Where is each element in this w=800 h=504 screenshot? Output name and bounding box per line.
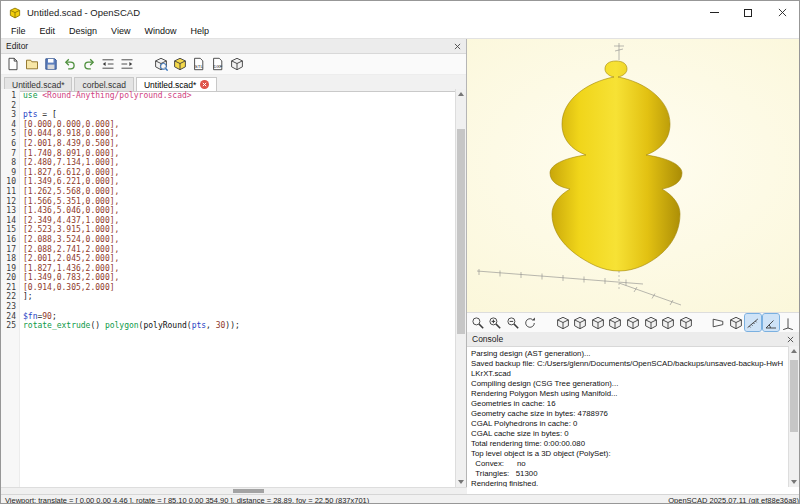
open-file-button[interactable] [23,56,40,73]
console-scroll-down-icon[interactable] [789,477,799,487]
line-number: 12 [1,197,19,207]
close-button[interactable] [765,1,799,24]
line-number: 1 [1,91,19,101]
code-line: 23 [1,302,455,312]
scroll-up-icon[interactable] [456,89,466,99]
editor-panel: Editor STLDXF Untitled.scad*corbel.scadU… [1,39,467,487]
version-text: OpenSCAD 2025.07.11 (git ef88e36a8) [668,496,800,504]
minimize-button[interactable] [697,1,731,24]
save-file-button[interactable] [42,56,59,73]
console-line: Saved backup file: C:/Users/glenn/Docume… [471,359,784,379]
editor-toolbar: STLDXF [1,54,466,75]
view-front-button[interactable] [625,314,641,331]
code-line: 6[2.001,8.439,0.500], [1,139,455,149]
view-left-button[interactable] [608,314,624,331]
code-line: 21[0.914,0.305,2.000] [1,283,455,293]
code-line: 16[2.088,3.524,0.000], [1,235,455,245]
y-axis-line [619,283,681,305]
console-scrollbar[interactable] [788,346,799,487]
view-3d-button[interactable] [228,56,245,73]
view-diagonal-button[interactable] [660,314,676,331]
reset-view-button[interactable] [523,314,539,331]
export-stl-button[interactable]: STL [190,56,207,73]
code-line: 1use <Round-Anything/polyround.scad> [1,91,455,101]
tab-close-icon[interactable] [200,80,209,89]
code-line: 25rotate_extrude() polygon(polyRound(pts… [1,321,455,331]
view-top-button[interactable] [573,314,589,331]
view-bottom-button[interactable] [590,314,606,331]
menu-design[interactable]: Design [62,26,104,36]
line-number: 14 [1,216,19,226]
redo-button[interactable] [80,56,97,73]
line-number: 3 [1,110,19,120]
tab-label: Untitled.scad* [144,80,196,90]
console-line: Total rendering time: 0:00:00.080 [471,439,784,449]
console-line: Geometry cache size in bytes: 4788976 [471,409,784,419]
editor-title: Editor [6,41,28,51]
view-center-button[interactable] [678,314,694,331]
line-number: 9 [1,168,19,178]
close-icon [778,8,787,17]
line-number: 10 [1,177,19,187]
zoom-in-button[interactable] [488,314,504,331]
line-number: 25 [1,321,19,331]
code-line: 3pts = [ [1,110,455,120]
menu-view[interactable]: View [104,26,137,36]
editor-vertical-scrollbar[interactable] [455,89,466,487]
rendered-model [550,61,682,271]
console-scroll-up-icon[interactable] [789,346,799,356]
view-all-button[interactable] [470,314,486,331]
console-line: Rendering Polygon Mesh using Manifold... [471,389,784,399]
status-bar: Viewport: translate = [ 0.00 0.00 4.46 ]… [1,494,800,504]
preview-button[interactable] [152,56,169,73]
line-number: 22 [1,292,19,302]
render-button[interactable] [171,56,188,73]
editor-close-icon[interactable] [454,43,461,50]
measure-distance-button[interactable] [745,314,761,331]
maximize-button[interactable] [731,1,765,24]
orthogonal-button[interactable] [728,314,744,331]
unindent-button[interactable] [99,56,116,73]
3d-viewport[interactable] [467,39,799,312]
console-close-icon[interactable] [787,336,794,343]
window-title: Untitled.scad - OpenSCAD [27,7,140,18]
scroll-down-icon[interactable] [456,477,466,487]
console-title: Console [472,334,503,344]
code-line: 24$fn=90; [1,312,455,322]
perspective-button[interactable] [710,314,726,331]
measure-angle-button[interactable] [763,314,779,331]
new-file-button[interactable] [4,56,21,73]
openscad-window: Untitled.scad - OpenSCAD FileEditDesignV… [0,0,800,504]
console-body: Parsing design (AST generation)...Saved … [467,346,788,487]
menu-help[interactable]: Help [183,26,216,36]
undo-button[interactable] [61,56,78,73]
minimize-icon [710,12,719,13]
code-line: 5[0.044,8.918,0.000], [1,129,455,139]
zoom-out-button[interactable] [505,314,521,331]
menu-window[interactable]: Window [137,26,183,36]
line-number: 24 [1,312,19,322]
export-dxf-button[interactable]: DXF [209,56,226,73]
view-right-button[interactable] [555,314,571,331]
code-line: 19[1.827,1.436,2.000], [1,264,455,274]
show-axes-button[interactable] [781,314,797,331]
code-line: 9[1.827,6.612,0.000], [1,168,455,178]
editor-header: Editor [1,39,466,54]
editor-horizontal-scrollbar[interactable] [1,487,467,494]
console-line: Top level object is a 3D object (PolySet… [471,449,784,459]
line-number: 6 [1,139,19,149]
console-scroll-thumb[interactable] [790,360,798,432]
console-line: CGAL Polyhedrons in cache: 0 [471,419,784,429]
line-number: 23 [1,302,19,312]
menu-edit[interactable]: Edit [33,26,63,36]
console-line: Rendering finished. [471,479,784,487]
line-number: 2 [1,101,19,111]
menu-file[interactable]: File [4,26,33,36]
editor-scroll-thumb[interactable] [457,129,465,334]
code-editor[interactable]: 1use <Round-Anything/polyround.scad>23pt… [1,89,455,487]
view-back-button[interactable] [643,314,659,331]
indent-button[interactable] [118,56,135,73]
line-number: 7 [1,149,19,159]
code-line: 20[1.349,0.783,2.000], [1,273,455,283]
horizontal-scroll-thumb[interactable] [233,489,264,493]
